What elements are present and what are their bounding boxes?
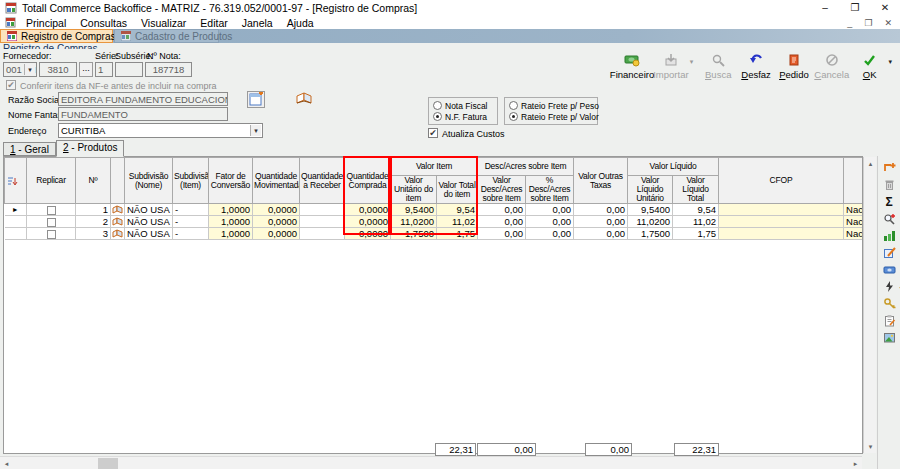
col-qtd-comprada[interactable]: Quantidade Comprada [345, 158, 391, 204]
menu-janela[interactable]: Janela [235, 17, 280, 29]
sum-icon[interactable]: Σ [885, 193, 892, 210]
cell-cfop[interactable] [719, 228, 844, 240]
book-icon[interactable] [295, 91, 314, 106]
chevron-down-icon[interactable]: ▾ [24, 64, 35, 75]
cell-desc-pct[interactable]: 0,00 [526, 204, 574, 216]
cell-liq-unit[interactable]: 11,0200 [628, 216, 673, 228]
cell-valor-total[interactable]: 1,75 [437, 228, 478, 240]
col-valor-total[interactable]: Valor Total do item [437, 176, 478, 204]
payment-icon[interactable] [883, 261, 896, 278]
cell-cfop[interactable] [719, 204, 844, 216]
menu-ajuda[interactable]: Ajuda [280, 17, 321, 29]
radio-nf-fatura[interactable]: N.F. Fatura [433, 112, 493, 122]
col-desc-pct[interactable]: % Desc/Acres sobre Item [526, 176, 574, 204]
cell-desc-pct[interactable]: 0,00 [526, 216, 574, 228]
scrollbar-thumb[interactable] [98, 458, 118, 469]
cell-fator[interactable]: 1,0000 [209, 204, 253, 216]
mdi-document-icon[interactable] [5, 17, 16, 28]
cell-num[interactable]: 1 [76, 204, 111, 216]
cell-desc-pct[interactable]: 0,00 [526, 228, 574, 240]
col-liq-total[interactable]: Valor Líquido Total [673, 176, 719, 204]
cell-valor-unit[interactable]: 1,7500 [391, 228, 437, 240]
nota-field[interactable]: 187718 [145, 62, 192, 77]
replicar-checkbox[interactable] [27, 216, 76, 228]
cell-qtd-comprada[interactable]: 0,0000 [345, 204, 391, 216]
cell-liq-total[interactable]: 9,54 [673, 204, 719, 216]
confer-nfe-checkbox[interactable] [6, 80, 16, 90]
fornecedor-combo[interactable]: 001 (M ▾ [3, 62, 37, 77]
importar-dropdown-icon[interactable]: ▾ [690, 52, 699, 66]
cell-qtd-receber[interactable] [300, 216, 345, 228]
menu-editar[interactable]: Editar [193, 17, 234, 29]
cell-outras[interactable]: 0,00 [574, 216, 628, 228]
cell-qtd-comprada[interactable]: 0,0000 [345, 216, 391, 228]
cell-valor-total[interactable]: 11,02 [437, 216, 478, 228]
radio-rateio-valor[interactable]: Rateio Frete p/ Valor [509, 112, 593, 122]
row-selector[interactable] [5, 216, 27, 228]
cell-fator[interactable]: 1,0000 [209, 216, 253, 228]
atualiza-custos-checkbox[interactable] [428, 128, 438, 138]
replicar-checkbox[interactable] [27, 204, 76, 216]
scroll-left-icon[interactable]: ◂ [0, 457, 13, 469]
cell-outras[interactable]: 0,00 [574, 228, 628, 240]
col-replicar[interactable]: Replicar [27, 158, 76, 204]
new-document-button[interactable] [247, 91, 265, 108]
cell-desc-valor[interactable]: 0,00 [478, 216, 526, 228]
close-button[interactable]: ✕ [870, 0, 900, 16]
restore-button[interactable]: ❐ [840, 0, 870, 16]
fornecedor-code-field[interactable]: 3810 [39, 62, 77, 77]
cell-qtd-mov[interactable]: 0,0000 [253, 204, 300, 216]
cancela-button[interactable]: Cancela [813, 52, 851, 80]
cell-origem[interactable]: Nacio [844, 228, 863, 240]
scroll-right-icon[interactable]: ▸ [849, 457, 862, 469]
scroll-down-icon[interactable]: ▾ [864, 440, 877, 453]
cell-qtd-comprada[interactable]: 0,0000 [345, 228, 391, 240]
cell-valor-unit[interactable]: 9,5400 [391, 204, 437, 216]
cell-num[interactable]: 3 [76, 228, 111, 240]
chevron-down-icon[interactable]: ▾ [250, 125, 261, 136]
serie-field[interactable]: 1 [95, 62, 113, 77]
fornecedor-browse-button[interactable]: ... [79, 62, 93, 77]
grid-corner-header[interactable] [5, 158, 27, 204]
cell-subdivisao-item[interactable]: - [173, 228, 209, 240]
cell-qtd-receber[interactable] [300, 228, 345, 240]
endereco-combo[interactable]: CURITIBA ▾ [58, 123, 263, 138]
grid-horizontal-scrollbar[interactable]: ◂ ▸ [0, 456, 862, 469]
zoom-plus-icon[interactable] [883, 210, 896, 227]
grid-vertical-scrollbar[interactable]: ▴ ▾ [863, 157, 876, 453]
cell-desc-valor[interactable]: 0,00 [478, 228, 526, 240]
financeiro-button[interactable]: Financeiro [612, 52, 652, 80]
desfaz-button[interactable]: Desfaz [737, 52, 775, 80]
cell-qtd-mov[interactable]: 0,0000 [253, 228, 300, 240]
mdi-close-button[interactable]: ✕ [884, 18, 892, 28]
col-liq-unitario[interactable]: Valor Líquido Unitário [628, 176, 673, 204]
cell-qtd-mov[interactable]: 0,0000 [253, 216, 300, 228]
cell-valor-total[interactable]: 9,54 [437, 204, 478, 216]
pedido-button[interactable]: Pedido [775, 52, 813, 80]
col-desc-valor[interactable]: Valor Desc/Acres sobre Item [478, 176, 526, 204]
col-subdivisao-item[interactable]: Subdivisão (Item) [173, 158, 209, 204]
importar-button[interactable]: Importar [652, 52, 690, 80]
mdi-minimize-button[interactable]: _ [847, 18, 852, 28]
col-outras-taxas[interactable]: Valor Outras Taxas [574, 158, 628, 204]
ok-button[interactable]: OK [851, 52, 889, 80]
radio-rateio-peso[interactable]: Rateio Frete p/ Peso [509, 101, 593, 111]
cell-liq-unit[interactable]: 9,5400 [628, 204, 673, 216]
col-qtd-receber[interactable]: Quantidade a Receber [300, 158, 345, 204]
cell-qtd-receber[interactable] [300, 204, 345, 216]
cell-origem[interactable]: Nacio [844, 204, 863, 216]
cell-liq-total[interactable]: 1,75 [673, 228, 719, 240]
cell-subdivisao-item[interactable]: - [173, 204, 209, 216]
cell-fator[interactable]: 1,0000 [209, 228, 253, 240]
col-num[interactable]: Nº [76, 158, 111, 204]
col-qtd-movimentada[interactable]: Quantidade Movimentada [253, 158, 300, 204]
edit-note-icon[interactable] [883, 244, 896, 261]
cell-desc-valor[interactable]: 0,00 [478, 204, 526, 216]
menu-visualizar[interactable]: Visualizar [134, 17, 193, 29]
cell-num[interactable]: 2 [76, 216, 111, 228]
clipboard-icon[interactable] [883, 312, 896, 329]
row-selector[interactable]: ► [5, 204, 27, 216]
keys-icon[interactable] [883, 295, 896, 312]
radio-nota-fiscal[interactable]: Nota Fiscal [433, 101, 493, 111]
mdi-restore-button[interactable]: ❐ [864, 18, 872, 28]
